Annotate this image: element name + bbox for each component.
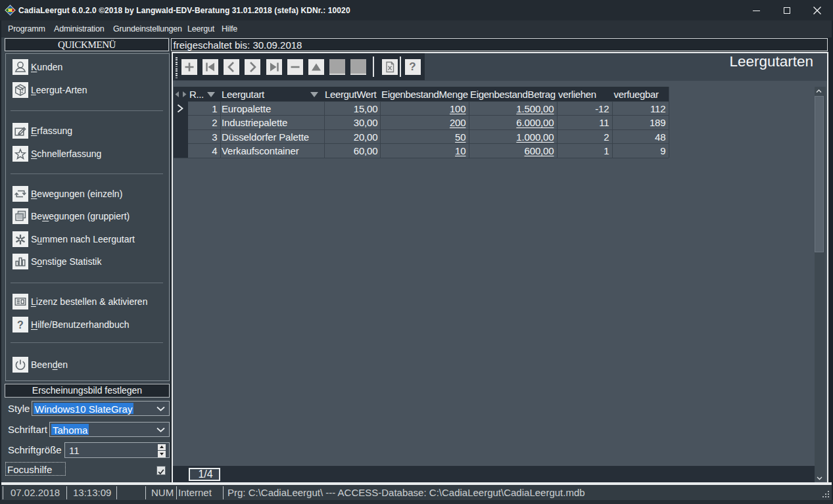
svg-text:?: ? xyxy=(17,319,24,330)
